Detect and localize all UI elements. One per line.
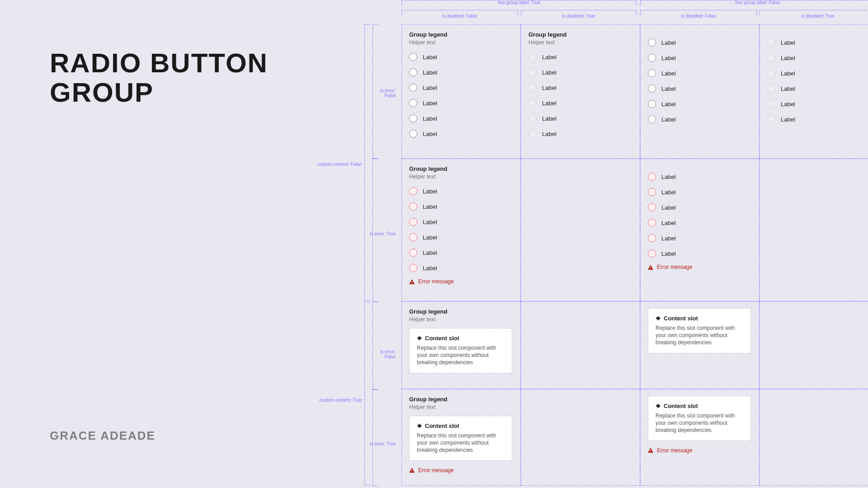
variant-nolegend-enabled-custom-err: ❖Content slot Replace this slot componen… bbox=[640, 389, 760, 486]
radio-circle-icon bbox=[528, 68, 537, 76]
error-row: Error message bbox=[409, 278, 513, 285]
radio-label: Label bbox=[423, 249, 437, 256]
radio-item[interactable]: Label bbox=[409, 233, 513, 241]
bracket-custom-content-true bbox=[364, 302, 370, 485]
radio-circle-icon bbox=[767, 115, 775, 123]
radio-circle-icon[interactable] bbox=[409, 68, 417, 76]
slot-body: Replace this slot component with your ow… bbox=[656, 324, 743, 347]
radio-circle-icon[interactable] bbox=[409, 218, 417, 226]
radio-circle-icon bbox=[767, 69, 775, 77]
radio-item[interactable]: Label bbox=[648, 219, 752, 227]
radio-item[interactable]: Label bbox=[409, 53, 513, 61]
radio-circle-icon[interactable] bbox=[648, 203, 656, 211]
radio-item[interactable]: Label bbox=[648, 54, 752, 62]
radio-item[interactable]: Label bbox=[409, 68, 513, 76]
radio-item: Label bbox=[528, 53, 632, 61]
radio-label: Label bbox=[542, 100, 557, 107]
radio-item[interactable]: Label bbox=[409, 187, 513, 195]
radio-label: Label bbox=[661, 39, 676, 46]
radio-label: Label bbox=[423, 188, 437, 195]
radio-item[interactable]: Label bbox=[409, 84, 513, 92]
radio-item[interactable]: Label bbox=[648, 115, 752, 123]
radio-circle-icon[interactable] bbox=[409, 114, 417, 122]
variant-legend-disabled-noerr: Group legend Helper text LabelLabelLabel… bbox=[521, 24, 640, 159]
radio-label: Label bbox=[661, 220, 676, 226]
error-message: Error message bbox=[418, 467, 454, 474]
radio-circle-icon[interactable] bbox=[648, 173, 656, 181]
radio-item[interactable]: Label bbox=[648, 69, 752, 77]
group-legend: Group legend bbox=[409, 396, 513, 403]
error-message: Error message bbox=[657, 447, 693, 454]
radio-item[interactable]: Label bbox=[648, 234, 752, 242]
radio-label: Label bbox=[661, 250, 676, 257]
radio-item[interactable]: Label bbox=[648, 188, 752, 196]
radio-circle-icon bbox=[528, 84, 537, 92]
variant-legend-disabled-custom-err bbox=[521, 389, 640, 486]
radio-label: Label bbox=[542, 115, 557, 122]
slot-body: Replace this slot component with your ow… bbox=[417, 344, 505, 366]
radio-item[interactable]: Label bbox=[648, 38, 752, 47]
radio-circle-icon[interactable] bbox=[648, 234, 656, 242]
radio-item[interactable]: Label bbox=[409, 202, 513, 211]
radio-circle-icon[interactable] bbox=[409, 99, 417, 107]
radio-circle-icon bbox=[767, 100, 775, 108]
radio-item[interactable]: Label bbox=[648, 249, 752, 258]
radio-item[interactable]: Label bbox=[409, 99, 513, 107]
radio-item: Label bbox=[528, 68, 632, 76]
radio-circle-icon bbox=[528, 99, 537, 107]
group-legend: Group legend bbox=[409, 165, 513, 172]
radio-item[interactable]: Label bbox=[648, 100, 752, 108]
radio-item: Label bbox=[528, 130, 632, 138]
radio-circle-icon[interactable] bbox=[409, 264, 417, 272]
group-legend: Group legend bbox=[528, 31, 632, 38]
radio-label: Label bbox=[781, 55, 795, 61]
radio-item[interactable]: Label bbox=[648, 173, 752, 181]
radio-circle-icon[interactable] bbox=[648, 249, 656, 258]
label-error-true-2: is error: True bbox=[368, 441, 396, 446]
radio-label: Label bbox=[781, 85, 795, 92]
radio-label: Label bbox=[423, 265, 437, 272]
radio-circle-icon[interactable] bbox=[648, 219, 656, 227]
radio-circle-icon[interactable] bbox=[409, 249, 417, 257]
radio-circle-icon[interactable] bbox=[648, 188, 656, 196]
radio-item[interactable]: Label bbox=[648, 203, 752, 211]
radio-item[interactable]: Label bbox=[409, 218, 513, 226]
error-row: Error message bbox=[409, 467, 513, 474]
radio-circle-icon[interactable] bbox=[648, 100, 656, 108]
radio-circle-icon[interactable] bbox=[648, 115, 656, 123]
radio-circle-icon[interactable] bbox=[648, 84, 656, 93]
radio-circle-icon[interactable] bbox=[648, 54, 656, 62]
radio-item: Label bbox=[767, 84, 868, 93]
slot-body: Replace this slot component with your ow… bbox=[417, 432, 505, 454]
radio-circle-icon[interactable] bbox=[409, 53, 417, 61]
slot-glyph-icon: ❖ bbox=[656, 403, 661, 409]
radio-label: Label bbox=[423, 219, 437, 225]
radio-item: Label bbox=[767, 54, 868, 62]
radio-circle-icon[interactable] bbox=[648, 38, 656, 47]
radio-item[interactable]: Label bbox=[409, 264, 513, 272]
radio-item[interactable]: Label bbox=[648, 84, 752, 93]
radio-circle-icon[interactable] bbox=[409, 202, 417, 211]
label-error-false-1: is error: False bbox=[368, 88, 396, 98]
radio-item[interactable]: Label bbox=[409, 130, 513, 138]
variant-nolegend-disabled-custom-err bbox=[760, 389, 868, 486]
slot-glyph-icon: ❖ bbox=[417, 422, 422, 429]
radio-item[interactable]: Label bbox=[409, 249, 513, 257]
radio-label: Label bbox=[423, 203, 437, 210]
radio-item: Label bbox=[767, 69, 868, 77]
radio-circle-icon[interactable] bbox=[409, 187, 417, 195]
radio-circle-icon bbox=[767, 84, 775, 93]
variant-legend-enabled-custom-noerr: Group legend Helper text ❖Content slot R… bbox=[401, 301, 521, 389]
radio-label: Label bbox=[781, 70, 795, 77]
radio-circle-icon bbox=[528, 114, 537, 122]
radio-circle-icon[interactable] bbox=[409, 84, 417, 92]
error-row: Error message bbox=[648, 264, 752, 270]
helper-text: Helper text bbox=[409, 316, 513, 323]
radio-circle-icon[interactable] bbox=[409, 130, 417, 138]
radio-item[interactable]: Label bbox=[409, 114, 513, 122]
radio-circle-icon[interactable] bbox=[648, 69, 656, 77]
radio-label: Label bbox=[781, 116, 795, 123]
radio-circle-icon[interactable] bbox=[409, 233, 417, 241]
radio-label: Label bbox=[661, 204, 676, 211]
error-message: Error message bbox=[657, 264, 693, 270]
